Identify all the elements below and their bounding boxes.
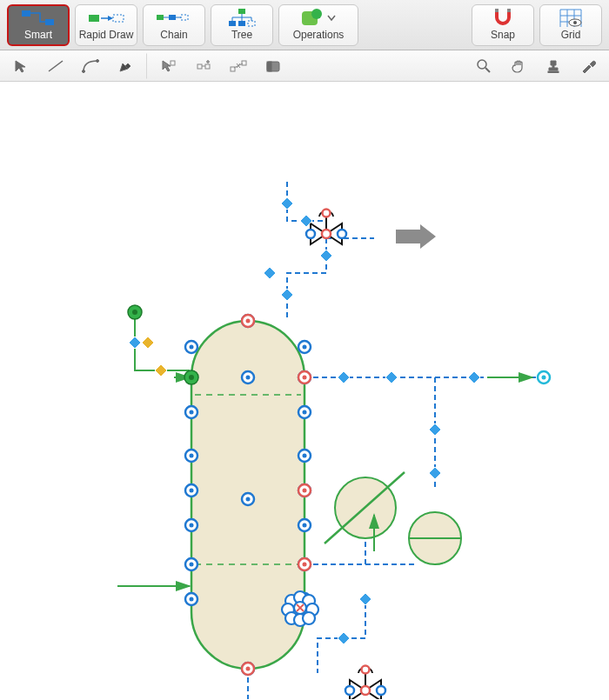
grid-button[interactable]: Grid xyxy=(539,4,602,46)
svg-point-114 xyxy=(303,612,315,624)
smart-label: Smart xyxy=(24,29,52,41)
chain-label: Chain xyxy=(160,29,187,41)
exchanger-symbol[interactable] xyxy=(409,512,461,564)
svg-rect-1 xyxy=(45,19,54,25)
svg-point-18 xyxy=(83,70,85,72)
operations-label: Operations xyxy=(293,29,345,41)
svg-point-59 xyxy=(303,454,307,458)
svg-point-43 xyxy=(345,686,354,695)
svg-point-63 xyxy=(303,523,307,528)
drawing-canvas[interactable] xyxy=(0,82,609,699)
svg-point-79 xyxy=(190,523,194,528)
pump-symbol[interactable] xyxy=(325,472,405,543)
svg-point-103 xyxy=(189,375,194,380)
svg-rect-20 xyxy=(171,61,175,65)
pen-tool[interactable] xyxy=(108,53,143,79)
svg-point-53 xyxy=(303,345,307,350)
chevron-down-icon xyxy=(327,15,336,22)
stamp-tool[interactable] xyxy=(536,53,571,79)
svg-rect-29 xyxy=(548,71,559,73)
svg-point-97 xyxy=(246,667,251,671)
svg-point-40 xyxy=(323,210,331,217)
svg-rect-9 xyxy=(229,21,236,26)
svg-point-39 xyxy=(338,230,346,238)
rapid-draw-label: Rapid Draw xyxy=(79,29,134,41)
snap-magnet-icon xyxy=(492,9,514,28)
library-tool[interactable] xyxy=(256,53,291,79)
svg-point-91 xyxy=(246,319,251,323)
smart-mode-button[interactable]: Smart xyxy=(7,4,70,46)
grid-eye-icon xyxy=(559,9,582,28)
curve-tool[interactable] xyxy=(73,53,108,79)
grid-label: Grid xyxy=(561,29,581,41)
svg-point-95 xyxy=(303,489,307,493)
tree-icon xyxy=(227,9,257,28)
svg-rect-6 xyxy=(169,15,176,20)
svg-rect-8 xyxy=(238,9,245,14)
svg-rect-10 xyxy=(238,21,245,26)
svg-point-87 xyxy=(246,376,251,380)
snap-label: Snap xyxy=(491,29,515,41)
chain-icon xyxy=(157,9,191,28)
svg-line-17 xyxy=(49,61,63,71)
svg-point-69 xyxy=(190,345,194,350)
svg-point-85 xyxy=(246,497,251,502)
node-pointer-tool[interactable] xyxy=(151,53,186,79)
line-tool[interactable] xyxy=(38,53,73,79)
tree-button[interactable]: Tree xyxy=(211,4,273,46)
svg-rect-13 xyxy=(495,9,499,12)
svg-point-38 xyxy=(306,230,315,238)
svg-point-45 xyxy=(362,666,370,674)
smart-connector-icon xyxy=(21,9,56,28)
svg-point-83 xyxy=(190,597,194,602)
tree-label: Tree xyxy=(231,29,252,41)
svg-point-93 xyxy=(303,376,307,380)
node-break-tool[interactable] xyxy=(221,53,256,79)
node-add-tool[interactable] xyxy=(186,53,221,79)
operations-button[interactable]: Operations xyxy=(278,4,358,46)
svg-point-44 xyxy=(377,686,385,695)
main-toolbar: Smart Rapid Draw Chain Tree Operations S… xyxy=(0,0,609,50)
svg-rect-4 xyxy=(113,15,124,22)
svg-rect-14 xyxy=(507,9,511,12)
hand-tool[interactable] xyxy=(501,53,536,79)
svg-point-99 xyxy=(303,563,307,567)
edit-toolbar xyxy=(0,50,609,82)
svg-point-75 xyxy=(190,454,194,458)
svg-point-81 xyxy=(190,563,194,567)
separator xyxy=(146,53,148,79)
svg-rect-21 xyxy=(197,64,202,69)
svg-point-19 xyxy=(97,59,99,62)
svg-point-27 xyxy=(478,60,486,69)
svg-point-57 xyxy=(303,410,307,415)
rapid-draw-icon xyxy=(87,9,125,28)
chain-button[interactable]: Chain xyxy=(143,4,205,46)
select-cursor-tool[interactable] xyxy=(3,53,38,79)
svg-rect-5 xyxy=(157,15,164,20)
operations-icon xyxy=(301,9,336,28)
svg-rect-0 xyxy=(22,10,30,17)
svg-point-77 xyxy=(190,489,194,493)
svg-rect-7 xyxy=(181,15,188,20)
svg-line-28 xyxy=(485,68,490,72)
svg-rect-26 xyxy=(267,62,271,71)
svg-point-37 xyxy=(322,230,331,238)
svg-point-12 xyxy=(311,9,322,19)
svg-point-42 xyxy=(361,686,370,695)
zoom-tool[interactable] xyxy=(466,53,501,79)
svg-rect-22 xyxy=(205,64,210,69)
svg-point-101 xyxy=(132,310,137,315)
svg-rect-24 xyxy=(242,61,246,65)
svg-point-73 xyxy=(190,410,194,415)
svg-rect-11 xyxy=(248,21,255,26)
eyedropper-tool[interactable] xyxy=(571,53,606,79)
svg-point-16 xyxy=(573,21,577,24)
svg-point-105 xyxy=(542,376,546,380)
svg-rect-2 xyxy=(89,15,99,22)
svg-marker-3 xyxy=(108,16,113,21)
snap-button[interactable]: Snap xyxy=(472,4,534,46)
rapid-draw-button[interactable]: Rapid Draw xyxy=(75,4,137,46)
